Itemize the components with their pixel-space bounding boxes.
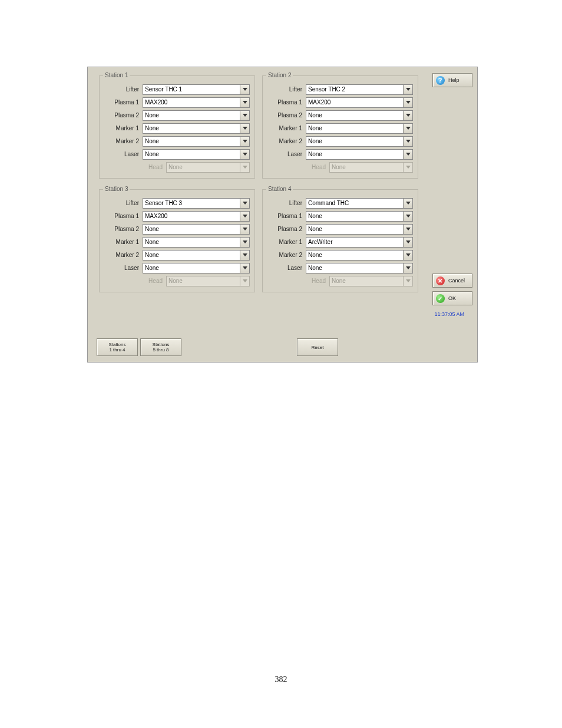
station-3-plasma2-combo[interactable]: None: [143, 224, 250, 235]
station-4-marker2-combo[interactable]: None: [306, 250, 413, 261]
cancel-icon: ✕: [436, 276, 445, 285]
station-3-title: Station 3: [103, 186, 130, 192]
help-button[interactable]: ? Help: [432, 73, 472, 87]
label-head: Head: [267, 278, 329, 284]
station-2-marker2-combo[interactable]: None: [306, 136, 413, 147]
station-4-marker1-combo[interactable]: ArcWriter: [306, 237, 413, 248]
station-2-plasma1-value: MAX200: [306, 97, 404, 108]
chevron-down-icon: [406, 114, 411, 117]
station-3-head-value: None: [166, 276, 240, 286]
station-4-plasma2-combo[interactable]: None: [306, 224, 413, 235]
dropdown-button[interactable]: [404, 110, 413, 121]
dropdown-button[interactable]: [240, 237, 250, 248]
station-1-marker2-combo[interactable]: None: [143, 136, 250, 147]
station-3-plasma1-combo[interactable]: MAX200: [143, 211, 250, 222]
chevron-down-icon: [406, 202, 411, 205]
station-4-lifter-combo[interactable]: Command THC: [306, 198, 413, 209]
cancel-label: Cancel: [448, 278, 465, 284]
dropdown-button[interactable]: [404, 123, 413, 134]
dropdown-button[interactable]: [404, 97, 413, 108]
station-3-head-combo: None: [166, 276, 250, 286]
dropdown-button[interactable]: [404, 250, 413, 261]
dropdown-button[interactable]: [404, 211, 413, 222]
station-2-head-combo: None: [329, 162, 413, 173]
dropdown-button[interactable]: [240, 149, 250, 160]
chevron-down-icon: [243, 228, 247, 230]
dropdown-button[interactable]: [240, 84, 250, 95]
station-2-marker1-value: None: [306, 123, 404, 134]
station-1-lifter-combo[interactable]: Sensor THC 1: [143, 84, 250, 95]
station-3-marker1-value: None: [143, 237, 240, 248]
station-1-marker2-value: None: [143, 136, 240, 147]
label-head: Head: [267, 164, 329, 170]
dropdown-button[interactable]: [240, 97, 250, 108]
station-4-marker2-value: None: [306, 250, 404, 261]
dropdown-button: [240, 162, 250, 173]
ok-button[interactable]: ✓ OK: [432, 291, 472, 305]
dropdown-button[interactable]: [240, 198, 250, 209]
chevron-down-icon: [243, 153, 247, 156]
station-1-plasma1-combo[interactable]: MAX200: [143, 97, 250, 108]
stations-1-4-button[interactable]: Stations 1 thru 4: [97, 338, 138, 356]
station-1-laser-combo[interactable]: None: [143, 149, 250, 160]
label-lifter: Lifter: [104, 86, 143, 93]
dropdown-button[interactable]: [240, 250, 250, 261]
label-marker1: Marker 1: [104, 125, 143, 131]
station-2-marker1-combo[interactable]: None: [306, 123, 413, 134]
station-1-title: Station 1: [103, 72, 130, 78]
chevron-down-icon: [406, 266, 411, 269]
dropdown-button[interactable]: [240, 263, 250, 274]
station-2-lifter-combo[interactable]: Sensor THC 2: [306, 84, 413, 95]
station-1-plasma2-combo[interactable]: None: [143, 110, 250, 121]
station-4-plasma2-value: None: [306, 224, 404, 235]
label-plasma2: Plasma 2: [104, 226, 143, 232]
chevron-down-icon: [406, 140, 411, 143]
chevron-down-icon: [243, 140, 247, 143]
label-marker2: Marker 2: [267, 138, 306, 144]
label-plasma1: Plasma 1: [104, 99, 143, 106]
dropdown-button[interactable]: [240, 123, 250, 134]
station-4-lifter-value: Command THC: [306, 198, 404, 209]
station-1-plasma1-value: MAX200: [143, 97, 240, 108]
stations-5-8-button[interactable]: Stations 5 thru 8: [140, 338, 181, 356]
station-3-plasma1-value: MAX200: [143, 211, 240, 222]
station-3-laser-combo[interactable]: None: [143, 263, 250, 274]
cancel-button[interactable]: ✕ Cancel: [432, 274, 472, 288]
dropdown-button[interactable]: [404, 198, 413, 209]
station-3-marker1-combo[interactable]: None: [143, 237, 250, 248]
chevron-down-icon: [243, 266, 247, 269]
chevron-down-icon: [406, 127, 411, 130]
reset-button[interactable]: Reset: [297, 338, 338, 356]
label-plasma2: Plasma 2: [267, 112, 306, 118]
station-3-lifter-combo[interactable]: Sensor THC 3: [143, 198, 250, 209]
label-marker2: Marker 2: [104, 252, 143, 258]
dropdown-button[interactable]: [404, 237, 413, 248]
dropdown-button[interactable]: [240, 211, 250, 222]
dropdown-button[interactable]: [240, 110, 250, 121]
dropdown-button[interactable]: [404, 149, 413, 160]
station-2-plasma2-combo[interactable]: None: [306, 110, 413, 121]
station-4-plasma1-combo[interactable]: None: [306, 211, 413, 222]
station-4-laser-combo[interactable]: None: [306, 263, 413, 274]
dropdown-button[interactable]: [404, 136, 413, 147]
station-3-group: Station 3 Lifter Sensor THC 3 Plasma 1 M…: [99, 189, 255, 292]
label-laser: Laser: [104, 151, 143, 157]
dropdown-button[interactable]: [240, 224, 250, 235]
station-1-marker1-combo[interactable]: None: [143, 123, 250, 134]
dropdown-button[interactable]: [404, 263, 413, 274]
station-3-marker2-value: None: [143, 250, 240, 261]
chevron-down-icon: [406, 228, 411, 230]
stations-grid: Station 1 Lifter Sensor THC 1 Plasma 1 M…: [97, 73, 424, 292]
dropdown-button[interactable]: [240, 136, 250, 147]
station-2-plasma1-combo[interactable]: MAX200: [306, 97, 413, 108]
dropdown-button[interactable]: [404, 84, 413, 95]
station-3-marker2-combo[interactable]: None: [143, 250, 250, 261]
station-1-head-value: None: [166, 162, 240, 173]
station-1-group: Station 1 Lifter Sensor THC 1 Plasma 1 M…: [99, 75, 255, 179]
chevron-down-icon: [243, 241, 247, 243]
dropdown-button[interactable]: [404, 224, 413, 235]
chevron-down-icon: [406, 279, 411, 282]
station-2-laser-combo[interactable]: None: [306, 149, 413, 160]
label-marker1: Marker 1: [267, 125, 306, 131]
label-plasma1: Plasma 1: [267, 99, 306, 106]
